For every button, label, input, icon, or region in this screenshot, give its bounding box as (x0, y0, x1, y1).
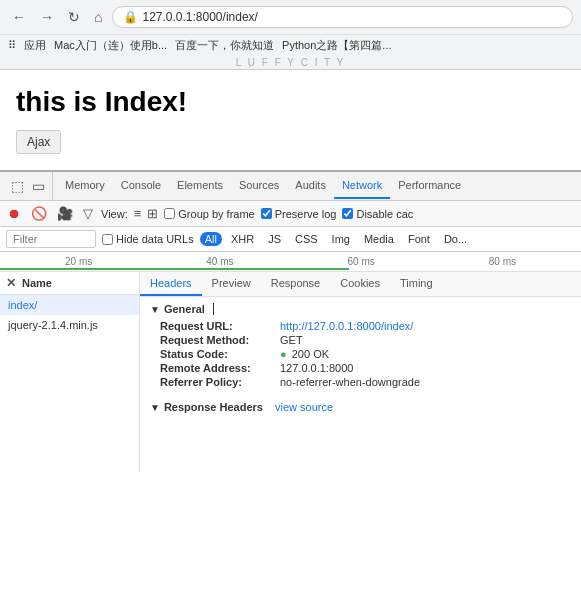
camera-button[interactable]: 🎥 (55, 205, 75, 222)
referrer-policy-label: Referrer Policy: (160, 376, 280, 388)
filter-doc[interactable]: Do... (439, 232, 472, 246)
filter-xhr[interactable]: XHR (226, 232, 259, 246)
group-by-frame-checkbox[interactable] (164, 208, 175, 219)
tab-performance[interactable]: Performance (390, 173, 469, 199)
cursor-indicator (213, 303, 214, 315)
inspect-icon[interactable]: ⬚ (8, 176, 27, 196)
nav-bar: ← → ↻ ⌂ 🔒 127.0.0.1:8000/index/ (0, 0, 581, 34)
preserve-log-checkbox[interactable] (261, 208, 272, 219)
file-item-index[interactable]: index/ (0, 295, 139, 315)
timeline-progress (0, 268, 581, 271)
detail-tab-response[interactable]: Response (261, 272, 331, 296)
hide-data-urls-checkbox[interactable] (102, 234, 113, 245)
response-headers-header: ▼ Response Headers view source (150, 401, 571, 413)
filter-img[interactable]: Img (327, 232, 355, 246)
detail-tabs: Headers Preview Response Cookies Timing (140, 272, 581, 297)
close-panel-button[interactable]: ✕ (6, 276, 16, 290)
timeline-label-40ms: 40 ms (149, 256, 290, 267)
request-url-value[interactable]: http://127.0.0.1:8000/index/ (280, 320, 413, 332)
home-button[interactable]: ⌂ (90, 7, 106, 27)
status-code-value: ● 200 OK (280, 348, 329, 360)
devtools-tab-bar: ⬚ ▭ Memory Console Elements Sources Audi… (0, 172, 581, 201)
apps-icon: ⠿ (8, 39, 16, 52)
request-url-row: Request URL: http://127.0.0.1:8000/index… (150, 319, 571, 333)
response-headers-arrow-icon: ▼ (150, 402, 160, 413)
file-item-jquery[interactable]: jquery-2.1.4.min.js (0, 315, 139, 335)
detail-tab-headers[interactable]: Headers (140, 272, 202, 296)
address-bar[interactable]: 🔒 127.0.0.1:8000/index/ (112, 6, 573, 28)
tab-elements[interactable]: Elements (169, 173, 231, 199)
timeline-label-80ms: 80 ms (432, 256, 573, 267)
detail-tab-cookies[interactable]: Cookies (330, 272, 390, 296)
filter-input[interactable] (6, 230, 96, 248)
status-code-row: Status Code: ● 200 OK (150, 347, 571, 361)
filter-icon[interactable]: ▽ (81, 205, 95, 222)
devtools: ⬚ ▭ Memory Console Elements Sources Audi… (0, 170, 581, 472)
disable-cache-label: Disable cac (356, 208, 413, 220)
remote-address-value: 127.0.0.1:8000 (280, 362, 353, 374)
remote-address-label: Remote Address: (160, 362, 280, 374)
filter-types: All XHR JS CSS Img Media Font Do... (200, 232, 473, 246)
lock-icon: 🔒 (123, 10, 138, 24)
remote-address-row: Remote Address: 127.0.0.1:8000 (150, 361, 571, 375)
general-section-header: ▼ General (150, 303, 571, 315)
filter-js[interactable]: JS (263, 232, 286, 246)
record-button[interactable]: ⏺ (6, 205, 23, 222)
tab-sources[interactable]: Sources (231, 173, 287, 199)
url-text: 127.0.0.1:8000/index/ (142, 10, 257, 24)
bookmark-baidu[interactable]: 百度一下，你就知道 (175, 38, 274, 53)
view-grid-icon[interactable]: ⊞ (147, 206, 158, 221)
general-section-title: General (164, 303, 205, 315)
view-source-link[interactable]: view source (275, 401, 333, 413)
status-code-text: 200 OK (292, 348, 329, 360)
response-headers-title: Response Headers (164, 401, 263, 413)
timeline-bar: 20 ms 40 ms 60 ms 80 ms (0, 252, 581, 272)
tab-memory[interactable]: Memory (57, 173, 113, 199)
page-title: this is Index! (16, 86, 565, 118)
filter-media[interactable]: Media (359, 232, 399, 246)
view-list-icon[interactable]: ≡ (134, 206, 142, 221)
tab-console[interactable]: Console (113, 173, 169, 199)
back-button[interactable]: ← (8, 7, 30, 27)
timeline-labels: 20 ms 40 ms 60 ms 80 ms (0, 256, 581, 267)
ajax-button[interactable]: Ajax (16, 130, 61, 154)
hide-data-urls-label: Hide data URLs (116, 233, 194, 245)
page-content: this is Index! Ajax (0, 70, 581, 170)
timeline-label-20ms: 20 ms (8, 256, 149, 267)
tab-network[interactable]: Network (334, 173, 390, 199)
device-icon[interactable]: ▭ (29, 176, 48, 196)
request-url-label: Request URL: (160, 320, 280, 332)
file-list-header-label: Name (22, 277, 52, 289)
bookmark-mac[interactable]: Mac入门（连）使用b... (54, 38, 167, 53)
file-list-header: ✕ Name (0, 272, 139, 295)
main-panel: ✕ Name index/ jquery-2.1.4.min.js Header… (0, 272, 581, 472)
bookmark-apps[interactable]: 应用 (24, 38, 46, 53)
group-by-frame-label: Group by frame (178, 208, 254, 220)
disable-cache-checkbox[interactable] (342, 208, 353, 219)
request-method-row: Request Method: GET (150, 333, 571, 347)
status-code-label: Status Code: (160, 348, 280, 360)
filter-all[interactable]: All (200, 232, 222, 246)
bookmarks-bar: ⠿ 应用 Mac入门（连）使用b... 百度一下，你就知道 Python之路【第… (0, 34, 581, 56)
detail-tab-preview[interactable]: Preview (202, 272, 261, 296)
refresh-button[interactable]: ↻ (64, 7, 84, 27)
disable-cache-option[interactable]: Disable cac (342, 208, 413, 220)
luffy-city-text: L U F F Y C I T Y (0, 56, 581, 69)
bookmark-python[interactable]: Python之路【第四篇... (282, 38, 391, 53)
detail-panel: Headers Preview Response Cookies Timing … (140, 272, 581, 472)
group-by-frame-option[interactable]: Group by frame (164, 208, 254, 220)
filter-css[interactable]: CSS (290, 232, 323, 246)
general-arrow-icon: ▼ (150, 304, 160, 315)
filter-font[interactable]: Font (403, 232, 435, 246)
forward-button[interactable]: → (36, 7, 58, 27)
hide-data-urls-option[interactable]: Hide data URLs (102, 233, 194, 245)
detail-tab-timing[interactable]: Timing (390, 272, 443, 296)
tab-audits[interactable]: Audits (287, 173, 334, 199)
view-label: View: (101, 208, 128, 220)
request-method-value: GET (280, 334, 303, 346)
preserve-log-option[interactable]: Preserve log (261, 208, 337, 220)
timeline-label-60ms: 60 ms (291, 256, 432, 267)
referrer-policy-value: no-referrer-when-downgrade (280, 376, 420, 388)
stop-button[interactable]: 🚫 (29, 205, 49, 222)
general-section: ▼ General Request URL: http://127.0.0.1:… (140, 297, 581, 395)
